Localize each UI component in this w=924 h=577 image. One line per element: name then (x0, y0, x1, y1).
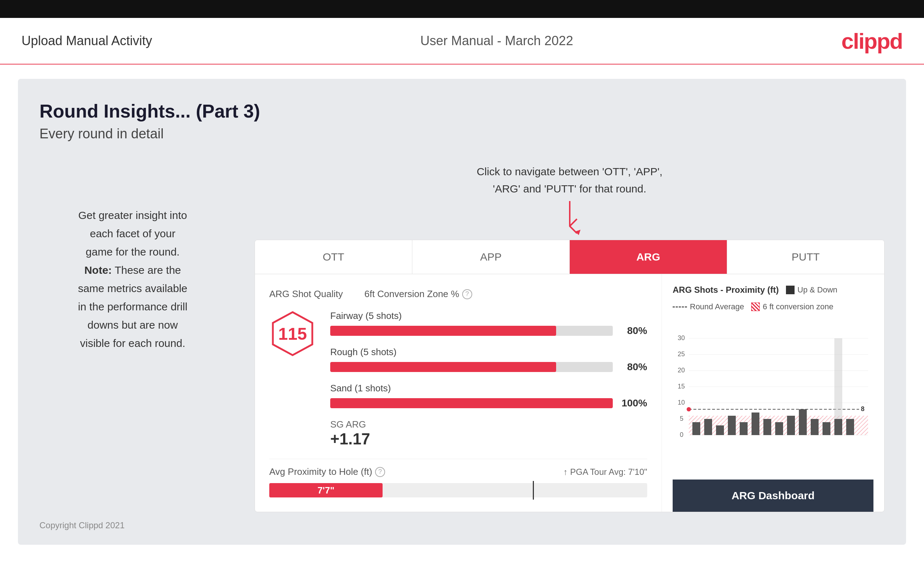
tab-putt[interactable]: PUTT (727, 240, 884, 274)
tab-app[interactable]: APP (412, 240, 570, 274)
svg-text:20: 20 (678, 367, 685, 374)
bar-fill-sand (330, 398, 613, 408)
chart-area: 0 5 10 15 20 25 30 (673, 319, 874, 474)
conversion-label: 6ft Conversion Zone % ? (364, 288, 472, 300)
left-panel: Get greater insight into each facet of y… (39, 163, 226, 352)
clippd-logo: clippd (841, 29, 903, 53)
svg-rect-26 (751, 413, 759, 435)
legend-6ft: 6 ft conversion zone (751, 302, 833, 311)
svg-rect-28 (775, 422, 783, 435)
svg-text:5: 5 (680, 415, 683, 422)
svg-text:25: 25 (678, 350, 685, 358)
main-content: Round Insights... (Part 3) Every round i… (18, 79, 906, 545)
svg-text:8: 8 (861, 405, 864, 413)
dashed-line-icon (673, 306, 687, 308)
hatch-icon (751, 303, 760, 311)
svg-text:0: 0 (680, 431, 683, 438)
pga-avg: ↑ PGA Tour Avg: 7'10" (563, 467, 647, 477)
bar-fill-fairway (330, 326, 556, 336)
up-down-square (786, 285, 795, 294)
svg-text:10: 10 (678, 399, 685, 406)
proximity-bar-fill: 7'7" (269, 483, 383, 498)
hex-score: 115 (269, 310, 316, 357)
svg-rect-21 (692, 422, 700, 435)
insights-card: OTT APP ARG PUTT ARG Shot Quality 6ft Co… (255, 240, 885, 512)
header: Upload Manual Activity User Manual - Mar… (0, 18, 924, 64)
card-body: ARG Shot Quality 6ft Conversion Zone % ? (255, 274, 884, 512)
arg-dashboard-button[interactable]: ARG Dashboard (673, 480, 874, 512)
proximity-section: Avg Proximity to Hole (ft) ? ↑ PGA Tour … (269, 459, 647, 498)
proximity-label: Avg Proximity to Hole (ft) ? (269, 466, 385, 477)
bars-container: Fairway (5 shots) 80% (330, 310, 647, 448)
section-subtitle: Every round in detail (39, 126, 885, 142)
card-right: ARG Shots - Proximity (ft) Up & Down Rou… (662, 274, 884, 512)
svg-rect-23 (716, 425, 724, 435)
proximity-bar: 7'7" (269, 483, 647, 498)
shot-quality-label: ARG Shot Quality (269, 288, 343, 300)
bar-fairway: Fairway (5 shots) 80% (330, 310, 647, 337)
copyright: Copyright Clippd 2021 (39, 521, 124, 530)
nav-annotation: Click to navigate between 'OTT', 'APP','… (255, 163, 885, 237)
chart-header: ARG Shots - Proximity (ft) Up & Down Rou… (673, 285, 874, 311)
annotation-text: Get greater insight into each facet of y… (39, 206, 226, 352)
card-left: ARG Shot Quality 6ft Conversion Zone % ? (255, 274, 662, 512)
legend-up-down: Up & Down (786, 285, 837, 295)
svg-rect-22 (704, 419, 712, 435)
chart-svg: 0 5 10 15 20 25 30 (673, 319, 874, 448)
user-manual-title: User Manual - March 2022 (420, 33, 573, 48)
svg-text:15: 15 (678, 383, 685, 390)
svg-rect-29 (787, 416, 795, 435)
logo-area: clippd (841, 28, 903, 54)
tabs-container: OTT APP ARG PUTT (255, 240, 884, 274)
section-title: Round Insights... (Part 3) (39, 100, 885, 122)
svg-rect-31 (811, 419, 819, 435)
svg-rect-27 (763, 419, 771, 435)
svg-rect-34 (834, 419, 842, 435)
top-bar (0, 0, 924, 18)
svg-rect-35 (846, 419, 854, 435)
bar-fill-rough (330, 362, 556, 372)
footer: Copyright Clippd 2021 (18, 513, 146, 538)
navigate-text: Click to navigate between 'OTT', 'APP','… (255, 163, 885, 197)
sg-block: SG ARG +1.17 (330, 419, 647, 448)
svg-rect-24 (728, 416, 736, 435)
proximity-cursor (533, 481, 534, 500)
chart-title: ARG Shots - Proximity (ft) (673, 285, 779, 295)
tab-arg[interactable]: ARG (570, 240, 727, 274)
proximity-help-icon[interactable]: ? (375, 467, 385, 477)
svg-rect-32 (822, 422, 830, 435)
legend-round-avg: Round Average (673, 302, 744, 311)
arrow-indicator (255, 201, 885, 237)
tab-ott[interactable]: OTT (255, 240, 412, 274)
svg-rect-30 (799, 409, 807, 435)
sg-label: SG ARG (330, 419, 647, 430)
svg-text:30: 30 (678, 334, 685, 342)
help-icon[interactable]: ? (462, 289, 472, 299)
hex-number: 115 (278, 324, 307, 344)
bar-rough: Rough (5 shots) 80% (330, 347, 647, 373)
right-panel: Click to navigate between 'OTT', 'APP','… (255, 163, 885, 512)
svg-point-19 (687, 407, 691, 411)
svg-rect-25 (740, 422, 748, 435)
sg-value: +1.17 (330, 430, 647, 448)
upload-manual-label: Upload Manual Activity (21, 33, 152, 48)
bar-sand: Sand (1 shots) 100% (330, 383, 647, 409)
card-left-header: ARG Shot Quality 6ft Conversion Zone % ? (269, 288, 647, 300)
